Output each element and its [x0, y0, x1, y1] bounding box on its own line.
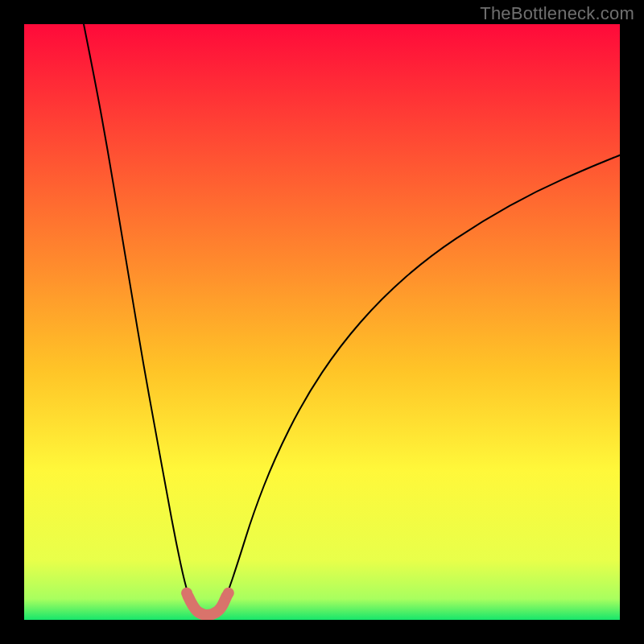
- valley-dot-1: [223, 588, 234, 599]
- gradient-background: [24, 24, 620, 620]
- watermark-text: TheBottleneck.com: [480, 3, 634, 24]
- valley-dot-0: [181, 588, 192, 599]
- chart-canvas: [24, 24, 620, 620]
- chart-frame: TheBottleneck.com: [0, 0, 644, 644]
- plot-area: [24, 24, 620, 620]
